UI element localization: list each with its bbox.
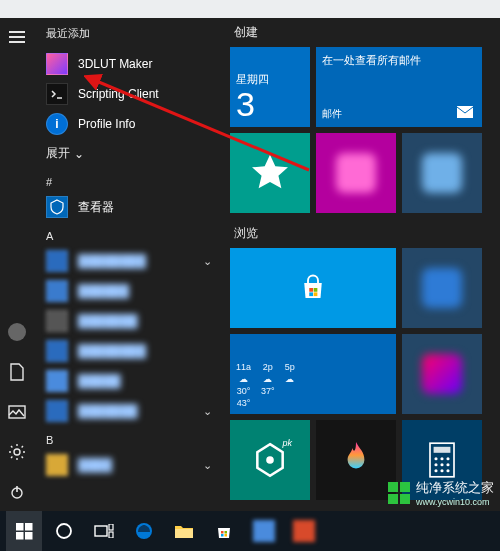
app-item-viewer[interactable]: 查看器 [34,192,224,222]
app-icon-blurred [46,250,68,272]
app-icon-blurred [46,454,68,476]
tile-flame[interactable] [316,420,396,500]
svg-rect-7 [309,292,313,296]
app-label-blurred: ██████ [78,284,129,298]
svg-point-18 [434,469,437,472]
app-icon-blurred [46,280,68,302]
svg-rect-34 [221,534,224,537]
edge-icon [134,521,154,541]
weather-hi: 37° [261,386,275,396]
svg-rect-5 [309,288,313,292]
mail-icon [456,105,474,119]
mail-label: 邮件 [322,107,476,121]
svg-rect-25 [25,532,33,540]
calculator-icon [427,442,457,478]
svg-rect-23 [25,523,33,531]
taskbar-app-store[interactable] [206,511,242,551]
app-item-blurred[interactable]: ███████ [34,306,224,336]
app-icon-blurred [46,340,68,362]
svg-line-21 [94,80,309,170]
app-item-blurred[interactable]: ████⌄ [34,450,224,480]
svg-rect-6 [314,288,318,292]
hamburger-icon[interactable] [0,24,34,50]
svg-point-16 [440,463,443,466]
blurred-app-icon [293,520,315,542]
weather-time: 11a [236,362,251,372]
chevron-down-icon: ⌄ [203,405,212,418]
tile-blurred[interactable] [316,133,396,213]
tile-blurred[interactable] [402,248,482,328]
svg-rect-11 [434,447,451,453]
tile-mail[interactable]: 在一处查看所有邮件 邮件 [316,47,482,127]
app-icon-blurred [46,310,68,332]
taskbar [0,511,500,551]
app-icon-viewer [46,196,68,218]
blurred-content [422,354,462,394]
weather-time: 2p [263,362,273,372]
tile-blurred[interactable] [402,334,482,414]
letter-header-b[interactable]: B [34,426,224,450]
tile-store[interactable] [230,248,396,328]
app-item-blurred[interactable]: ██████ [34,276,224,306]
store-icon [215,522,233,540]
weather-hi: 30° [237,386,251,396]
group-header-browse[interactable]: 浏览 [230,225,500,248]
tile-weather[interactable]: 11a☁30°43° 2p☁37° 5p☁ [230,334,396,414]
cortana-circle-icon [55,522,73,540]
svg-point-12 [434,457,437,460]
watermark-domain: www.ycwin10.com [416,497,494,507]
svg-point-19 [440,469,443,472]
app-label-blurred: ███████ [78,314,138,328]
documents-icon[interactable] [0,359,34,385]
app-item-blurred[interactable]: █████ [34,366,224,396]
blurred-content [336,153,376,193]
task-view-button[interactable] [86,511,122,551]
app-label: 3DLUT Maker [78,57,152,71]
tile-hex[interactable]: pk [230,420,310,500]
blurred-content [422,268,462,308]
pictures-icon[interactable] [0,399,34,425]
cloud-icon: ☁ [239,374,248,384]
weather-time: 5p [285,362,295,372]
folder-icon [174,523,194,539]
app-icon-profile: i [46,113,68,135]
cloud-icon: ☁ [263,374,272,384]
settings-gear-icon[interactable] [0,439,34,465]
hex-badge: pk [282,438,292,448]
svg-point-20 [446,469,449,472]
app-icon-blurred [46,370,68,392]
svg-point-9 [266,456,274,464]
app-item-blurred[interactable]: ████████ [34,336,224,366]
mail-title: 在一处查看所有邮件 [322,53,476,68]
app-item-blurred[interactable]: ████████⌄ [34,246,224,276]
tile-grid-browse: 11a☁30°43° 2p☁37° 5p☁ pk [230,248,500,500]
taskbar-app-explorer[interactable] [166,511,202,551]
svg-point-1 [14,449,20,455]
app-label-blurred: ████ [78,458,112,472]
app-item-blurred[interactable]: ███████⌄ [34,396,224,426]
taskbar-app-blurred[interactable] [246,511,282,551]
app-icon-blurred [46,400,68,422]
svg-point-15 [434,463,437,466]
svg-point-13 [440,457,443,460]
user-avatar-icon[interactable] [0,319,34,345]
app-label-blurred: ████████ [78,254,146,268]
power-icon[interactable] [0,479,34,505]
recent-header: 最近添加 [34,22,224,49]
svg-rect-8 [314,292,318,296]
letter-header-a[interactable]: A [34,222,224,246]
svg-point-17 [446,463,449,466]
cortana-button[interactable] [46,511,82,551]
taskbar-app-blurred[interactable] [286,511,322,551]
blurred-content [422,153,462,193]
svg-rect-28 [109,524,113,530]
svg-rect-27 [95,526,107,536]
group-header-create[interactable]: 创建 [230,24,500,47]
app-label-blurred: █████ [78,374,121,388]
svg-rect-31 [175,529,193,538]
tile-blurred[interactable] [402,133,482,213]
start-button[interactable] [6,511,42,551]
taskbar-app-edge[interactable] [126,511,162,551]
weather-table: 11a☁30°43° 2p☁37° 5p☁ [236,362,390,408]
svg-rect-32 [221,531,224,534]
